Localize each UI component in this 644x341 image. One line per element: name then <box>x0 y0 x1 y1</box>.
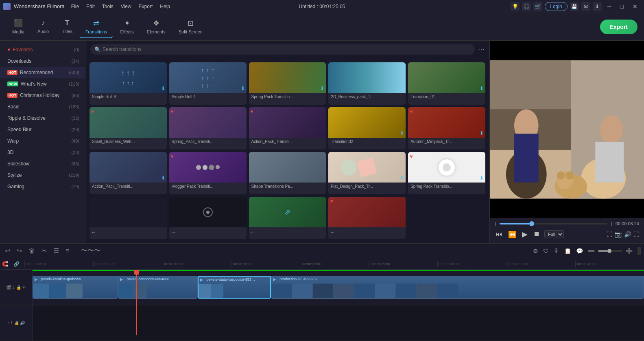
minimize-button[interactable]: ─ <box>604 2 615 11</box>
transition-card-simple-roll-8[interactable]: ↑ ↑ ↑ ↑ ↑ ↑ ⬇ Simple Roll 8 <box>90 62 167 105</box>
menu-edit[interactable]: Edit <box>83 2 98 11</box>
transition-card-action2[interactable]: ⬇ Action_Pack_Transiti... <box>90 152 167 194</box>
transition-card-autumn[interactable]: ♥ ⬇ Autumn_Minipack_Tr... <box>408 107 485 150</box>
progress-bar[interactable] <box>500 223 608 224</box>
zoom-slider[interactable] <box>598 250 622 252</box>
toolbar-elements[interactable]: ❖ Elements <box>141 15 171 38</box>
ruler-mark-15: 00:00:15:00 <box>231 261 300 267</box>
toolbar-effects[interactable]: ✦ Effects <box>114 15 139 38</box>
transition-card-spring-pack2[interactable]: ♥ Spring_Pack_Transiti... <box>169 107 247 150</box>
toolbar-titles[interactable]: T Titles <box>56 15 78 38</box>
audio-waveform-button[interactable]: 〜〜〜 <box>79 245 102 257</box>
zoom-in-icon[interactable]: ➕ <box>624 246 634 256</box>
mail-icon[interactable]: ✉ <box>581 2 590 11</box>
sidebar-item-stylize[interactable]: Stylize (219) <box>0 169 85 181</box>
volume-icon[interactable]: 🔊 <box>624 231 631 238</box>
split-button[interactable]: ≡ <box>64 246 71 256</box>
transition-card-action[interactable]: ♥ Action_Pack_Transiti... <box>249 107 326 150</box>
export-button[interactable]: Export <box>600 20 637 34</box>
play-button[interactable]: ▶ <box>521 229 529 240</box>
cut-button[interactable]: ✂ <box>40 245 48 256</box>
undo-button[interactable]: ↩ <box>3 245 12 256</box>
sidebar-item-whats-new[interactable]: NEW What's New (213) <box>0 78 85 90</box>
toolbar-transitions[interactable]: ⇌ Transitions <box>80 15 113 38</box>
sidebar-item-ripple[interactable]: Ripple & Dissolve (32) <box>0 112 85 124</box>
subtitle-icon[interactable]: 💬 <box>574 246 585 256</box>
search-input[interactable] <box>90 44 475 55</box>
clip-vlada[interactable]: ▶ pexels-vlada-karpovich-8538225 <box>198 276 271 299</box>
svg-rect-10 <box>595 141 624 182</box>
clip-cottonbro[interactable]: ▶ pexels-cottonbro-6864860... <box>118 276 197 299</box>
scroll-handle[interactable] <box>637 247 641 255</box>
toolbar-media[interactable]: ⬛ Media <box>7 15 30 38</box>
sidebar-item-downloads[interactable]: Downloads (34) <box>0 55 85 67</box>
fit-screen-icon[interactable]: ⛶ <box>607 231 612 238</box>
quality-select[interactable]: Full 1/2 1/4 <box>544 230 564 238</box>
sidebar-item-gaming[interactable]: Gaming (79) <box>0 181 85 192</box>
menu-file[interactable]: File <box>68 2 82 11</box>
redo-button[interactable]: ↪ <box>15 245 24 256</box>
transition-card-transition02[interactable]: ⬇ Transition02 <box>328 107 406 150</box>
transition-card-shape[interactable]: Shape Transitions Pa... <box>249 152 326 194</box>
transition-card-transition01[interactable]: ⬇ Transition_01 <box>408 62 485 105</box>
headphone-icon[interactable]: 🎧 <box>522 2 531 11</box>
menu-export[interactable]: Export <box>135 2 156 11</box>
transition-card-red[interactable]: ♥ ... <box>328 197 406 239</box>
bracket-left[interactable]: { <box>495 221 496 226</box>
sidebar-item-slideshow[interactable]: Slideshow (66) <box>0 158 85 169</box>
transition-name: Autumn_Minipack_Tr... <box>408 138 485 145</box>
sidebar-item-speed-blur[interactable]: Speed Blur (29) <box>0 124 85 135</box>
crop-button[interactable]: ☰ <box>52 245 61 256</box>
transition-card-simple-roll-4[interactable]: ↑ ↑ ↑ ↑ ↑ ↑ ↑ ↑ ↑ <box>169 62 247 105</box>
cart-icon[interactable]: 🛒 <box>533 2 542 11</box>
audio-lock-icon[interactable]: 🔒 <box>14 321 19 325</box>
grid-toggle-icon[interactable]: ⋯ <box>478 46 485 53</box>
clipboard-icon[interactable]: 📋 <box>563 246 573 256</box>
shield-icon[interactable]: 🛡 <box>541 246 550 256</box>
stop-button[interactable]: ⏹ <box>532 229 541 239</box>
transition-card-2d-business[interactable]: 2D_Business_pack_T... <box>328 62 406 105</box>
audio-volume-icon[interactable]: 🔊 <box>20 321 25 325</box>
transition-card-black2[interactable]: ... <box>169 197 247 239</box>
login-button[interactable]: Login <box>545 2 567 11</box>
menu-view[interactable]: View <box>118 2 135 11</box>
bracket-right[interactable]: } <box>611 221 612 226</box>
download-icon[interactable]: ⬇ <box>593 2 602 11</box>
zoom-out-icon[interactable]: ➖ <box>586 246 596 256</box>
eye-icon[interactable]: 👁 <box>22 285 26 290</box>
toolbar-audio[interactable]: ♪ Audio <box>32 15 55 38</box>
transition-card-spring-pack[interactable]: ⬇ Spring Pack Transitio... <box>249 62 326 105</box>
delete-button[interactable]: 🗑 <box>27 246 37 256</box>
clip-karolina[interactable]: ▶ pexels-karolina-grabows... <box>33 276 118 299</box>
bulb-icon[interactable]: 💡 <box>511 2 520 11</box>
clip-production[interactable]: ▶ production ID_4929207... <box>271 276 644 299</box>
screenshot-icon[interactable]: 📷 <box>615 231 622 238</box>
transition-card-small-business[interactable]: ♥ Small_Business_Web... <box>90 107 167 150</box>
fullscreen-icon[interactable]: ⛶ <box>633 231 639 238</box>
skip-back-button[interactable]: ⏮ <box>495 229 504 239</box>
lock-icon[interactable]: 🔒 <box>16 285 21 290</box>
menu-tools[interactable]: Tools <box>99 2 117 11</box>
step-back-button[interactable]: ⏪ <box>507 229 517 240</box>
transition-card-black1[interactable]: ... <box>90 197 167 239</box>
sidebar-item-christmas[interactable]: HOT Christmas Holiday (96) <box>0 90 85 101</box>
save-icon[interactable]: 💾 <box>570 2 579 11</box>
transition-card-vlogger[interactable]: ♥ Vlogger Pack Transiti... <box>169 152 247 194</box>
sidebar-item-recommended[interactable]: HOT Recommended (500) <box>0 67 85 78</box>
transition-card-flat[interactable]: ⬇ Flat_Design_Pack_Tr... <box>328 152 406 194</box>
sidebar-item-3d[interactable]: 3D (23) <box>0 147 85 158</box>
mic-icon[interactable]: 🎙 <box>552 246 561 256</box>
menu-help[interactable]: Help <box>157 2 173 11</box>
transition-card-spring3[interactable]: ♥ ⬇ Spring Pack Transitio... <box>408 152 485 194</box>
transition-card-green[interactable]: ⇗ ... <box>249 197 326 239</box>
progress-handle[interactable] <box>529 221 534 226</box>
snap-icon[interactable]: 🧲 <box>0 258 8 269</box>
settings-icon[interactable]: ⚙ <box>531 246 540 256</box>
sidebar-item-warp[interactable]: Warp (49) <box>0 135 85 147</box>
link-icon[interactable]: 🔗 <box>8 261 24 267</box>
maximize-button[interactable]: □ <box>617 2 627 11</box>
toolbar-splitscreen[interactable]: ⊡ Split Screen <box>173 15 208 38</box>
sidebar-item-basic[interactable]: Basic (183) <box>0 101 85 112</box>
sidebar-item-favorites[interactable]: ♥ Favorites (0) <box>0 44 85 55</box>
close-button[interactable]: ✕ <box>629 2 641 11</box>
